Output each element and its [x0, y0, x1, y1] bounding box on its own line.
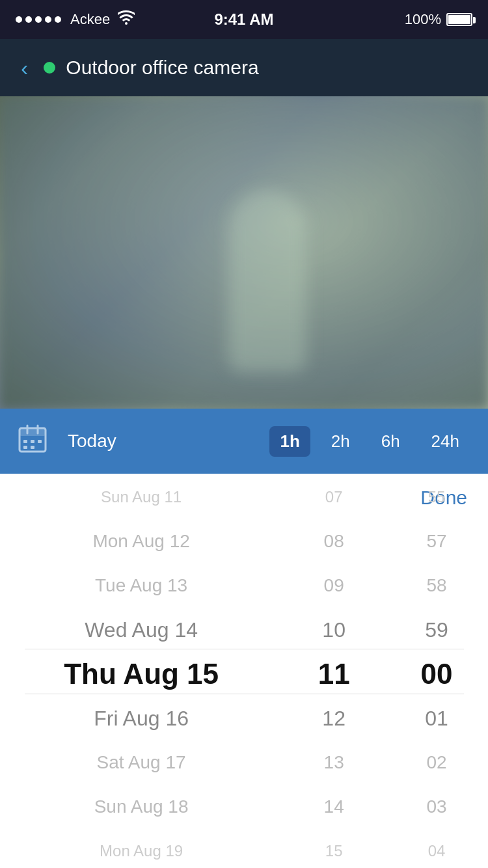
battery-percentage: 100%	[405, 11, 441, 28]
signal-dot-5	[55, 16, 61, 23]
svg-rect-5	[31, 440, 34, 443]
carrier-name: Ackee	[70, 11, 110, 28]
picker-date-row[interactable]: Sun Aug 11	[0, 475, 282, 519]
status-left: Ackee	[16, 10, 135, 29]
calendar-icon	[18, 424, 47, 459]
picker-hour-row[interactable]: 14	[282, 785, 385, 829]
picker-minute-row[interactable]: 58	[385, 563, 488, 608]
signal-dot-2	[25, 16, 32, 23]
svg-rect-8	[31, 446, 34, 449]
picker-hour-row[interactable]: 12	[282, 696, 385, 740]
picker-minute-row[interactable]: 02	[385, 740, 488, 785]
picker-hour-column[interactable]: 07 08 09 10 11 12 13 14 15	[282, 475, 385, 868]
time-option-6h[interactable]: 6h	[371, 426, 411, 457]
battery-icon	[446, 13, 472, 26]
picker-hour-row[interactable]: 15	[282, 829, 385, 868]
picker-hour-row[interactable]: 08	[282, 519, 385, 563]
picker-minute-row[interactable]: 59	[385, 608, 488, 652]
picker-date-row[interactable]: Tue Aug 13	[0, 563, 282, 608]
back-button[interactable]: ‹	[16, 53, 33, 83]
picker-date-column[interactable]: Sun Aug 11 Mon Aug 12 Tue Aug 13 Wed Aug…	[0, 475, 282, 868]
picker-hour-row[interactable]: 07	[282, 475, 385, 519]
picker-minute-row[interactable]: 01	[385, 696, 488, 740]
picker-date-row[interactable]: Fri Aug 16	[0, 696, 282, 740]
svg-rect-4	[23, 440, 27, 443]
time-option-2h[interactable]: 2h	[321, 426, 360, 457]
picker-minute-row-selected[interactable]: 00	[385, 652, 488, 696]
picker-date-row-selected[interactable]: Thu Aug 15	[0, 652, 282, 696]
picker-hour-row[interactable]: 13	[282, 740, 385, 785]
picker-date-row[interactable]: Mon Aug 12	[0, 519, 282, 563]
picker-hour-row[interactable]: 09	[282, 563, 385, 608]
picker-hour-row-selected[interactable]: 11	[282, 652, 385, 696]
picker-hour-row[interactable]: 10	[282, 608, 385, 652]
picker-section: Done Sun Aug 11 Mon Aug 12 Tue Aug 13 We…	[0, 474, 488, 868]
svg-rect-1	[20, 428, 46, 436]
time-option-24h[interactable]: 24h	[421, 426, 470, 457]
status-right: 100%	[405, 11, 472, 28]
picker-minute-row[interactable]: 57	[385, 519, 488, 563]
signal-dots	[16, 16, 61, 23]
picker-date-row[interactable]: Sun Aug 18	[0, 785, 282, 829]
svg-rect-6	[38, 440, 42, 443]
picker-container[interactable]: Sun Aug 11 Mon Aug 12 Tue Aug 13 Wed Aug…	[0, 474, 488, 868]
battery-fill	[448, 15, 470, 24]
picker-minute-row[interactable]: 03	[385, 785, 488, 829]
picker-date-row[interactable]: Sat Aug 17	[0, 740, 282, 785]
today-label: Today	[68, 431, 116, 452]
time-options: 1h 2h 6h 24h	[269, 426, 470, 457]
picker-minute-row[interactable]: 55	[385, 475, 488, 519]
timeline-bar: Today 1h 2h 6h 24h	[0, 409, 488, 474]
camera-feed	[0, 96, 488, 409]
picker-date-row[interactable]: Mon Aug 19	[0, 829, 282, 868]
nav-title: Outdoor office camera	[66, 57, 258, 79]
picker-date-row[interactable]: Wed Aug 14	[0, 608, 282, 652]
signal-dot-4	[45, 16, 51, 23]
camera-status-dot	[44, 62, 55, 74]
status-time: 9:41 AM	[214, 10, 273, 29]
signal-dot-1	[16, 16, 22, 23]
wifi-icon	[118, 10, 135, 29]
nav-bar: ‹ Outdoor office camera	[0, 39, 488, 96]
status-bar: Ackee 9:41 AM 100%	[0, 0, 488, 39]
signal-dot-3	[35, 16, 42, 23]
picker-minute-column[interactable]: 55 57 58 59 00 01 02 03 04	[385, 475, 488, 868]
picker-minute-row[interactable]: 04	[385, 829, 488, 868]
time-option-1h[interactable]: 1h	[269, 426, 310, 457]
camera-figure	[228, 190, 306, 372]
svg-rect-7	[23, 446, 27, 449]
